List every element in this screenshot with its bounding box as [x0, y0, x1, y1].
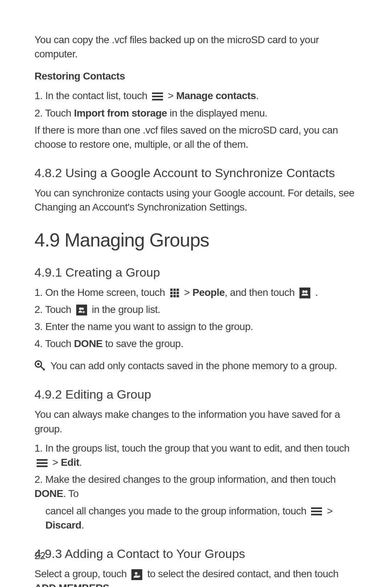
sec492-step-2-cont: cancel all changes you made to the group…: [34, 504, 358, 532]
sec491-step-3: 3. Enter the name you want to assign to …: [34, 319, 358, 334]
text: 1. On the Home screen, touch: [34, 287, 168, 298]
edit-label: Edit: [61, 457, 79, 468]
page-number: 22: [34, 550, 45, 562]
note-icon: [34, 360, 45, 371]
apps-icon: [170, 288, 179, 298]
text: . To: [63, 488, 79, 499]
text: .: [109, 582, 112, 587]
svg-rect-4: [173, 289, 176, 291]
menu-icon: [37, 459, 48, 468]
person-add-icon: [131, 569, 142, 580]
section-482-body: You can synchronize contacts using your …: [34, 186, 358, 214]
sec492-step-2: 2. Make the desired changes to the group…: [34, 472, 358, 501]
svg-point-13: [305, 290, 307, 293]
text: in the group list.: [92, 304, 160, 315]
menu-icon: [152, 92, 163, 101]
text: 4. Touch: [34, 338, 74, 349]
text: >: [184, 287, 192, 298]
svg-rect-26: [311, 514, 322, 515]
svg-rect-22: [37, 462, 48, 464]
import-from-storage-label: Import from storage: [74, 107, 167, 119]
text: >: [327, 505, 333, 517]
svg-rect-21: [37, 459, 48, 460]
text: >: [52, 457, 61, 468]
section-492-heading: 4.9.2 Editing a Group: [34, 387, 358, 401]
text: cancel all changes you made to the group…: [45, 505, 309, 517]
discard-label: Discard: [45, 519, 81, 531]
section-493-body: Select a group, touch to select the desi…: [34, 567, 358, 587]
svg-point-14: [79, 307, 81, 310]
section-482-heading: 4.8.2 Using a Google Account to Synchron…: [34, 166, 358, 180]
section-491-heading: 4.9.1 Creating a Group: [34, 265, 358, 280]
svg-rect-10: [173, 295, 176, 298]
sec491-step-4: 4. Touch DONE to save the group.: [34, 337, 358, 351]
restoring-step-1: 1. In the contact list, touch > Manage c…: [34, 89, 358, 103]
text: 1. In the groups list, touch the group t…: [34, 443, 350, 454]
add-members-label: ADD MEMBERS: [34, 582, 109, 587]
svg-rect-5: [176, 289, 179, 291]
svg-rect-24: [311, 507, 322, 509]
manage-contacts-label: Manage contacts: [176, 90, 256, 101]
text: .: [315, 287, 318, 298]
svg-rect-0: [152, 93, 163, 94]
svg-point-27: [135, 572, 138, 574]
text: 1. In the contact list, touch: [34, 90, 150, 101]
svg-rect-25: [311, 511, 322, 512]
svg-rect-7: [173, 292, 176, 294]
text: Select a group, touch: [34, 568, 129, 579]
text: .: [256, 90, 258, 101]
text: .: [81, 519, 84, 531]
svg-rect-11: [176, 295, 179, 298]
text: in the displayed menu.: [167, 107, 267, 119]
svg-rect-8: [176, 292, 179, 294]
note-text: You can add only contacts saved in the p…: [50, 359, 337, 373]
svg-point-15: [81, 307, 83, 310]
text: 2. Touch: [34, 107, 74, 119]
text: , and then touch: [225, 287, 297, 298]
group-icon: [299, 288, 310, 298]
group-add-icon: [76, 305, 87, 315]
section-493-heading: 4.9.3 Adding a Contact to Your Groups: [34, 547, 358, 561]
text: .: [79, 457, 82, 468]
intro-paragraph: You can copy the .vcf files backed up on…: [34, 33, 358, 61]
sec491-step-1: 1. On the Home screen, touch > People, a…: [34, 285, 358, 299]
text: to save the group.: [103, 338, 183, 349]
text: to select the desired contact, and then …: [147, 568, 339, 579]
svg-rect-1: [152, 95, 163, 97]
text: >: [168, 90, 176, 101]
sec491-step-2: 2. Touch in the group list.: [34, 302, 358, 317]
menu-icon: [311, 507, 322, 516]
svg-rect-2: [152, 99, 163, 100]
sec491-note: You can add only contacts saved in the p…: [34, 359, 358, 373]
svg-point-12: [302, 290, 305, 293]
svg-rect-23: [37, 465, 48, 467]
page-content: You can copy the .vcf files backed up on…: [0, 0, 392, 587]
svg-rect-3: [170, 289, 173, 291]
done-label: DONE: [34, 488, 63, 499]
svg-rect-17: [82, 312, 85, 313]
done-label: DONE: [74, 338, 103, 349]
people-label: People: [192, 287, 225, 298]
svg-rect-9: [170, 295, 173, 298]
section-49-heading: 4.9 Managing Groups: [34, 229, 358, 251]
svg-point-19: [37, 363, 40, 365]
text: 2. Make the desired changes to the group…: [34, 474, 336, 485]
svg-rect-29: [138, 576, 140, 576]
section-492-intro: You can always make changes to the infor…: [34, 407, 358, 436]
restoring-note: If there is more than one .vcf files sav…: [34, 123, 358, 151]
restoring-step-2: 2. Touch Import from storage in the disp…: [34, 106, 358, 120]
restoring-heading: Restoring Contacts: [34, 70, 358, 82]
text: 2. Touch: [34, 304, 74, 315]
svg-rect-6: [170, 292, 173, 294]
sec492-step-1: 1. In the groups list, touch the group t…: [34, 441, 358, 469]
